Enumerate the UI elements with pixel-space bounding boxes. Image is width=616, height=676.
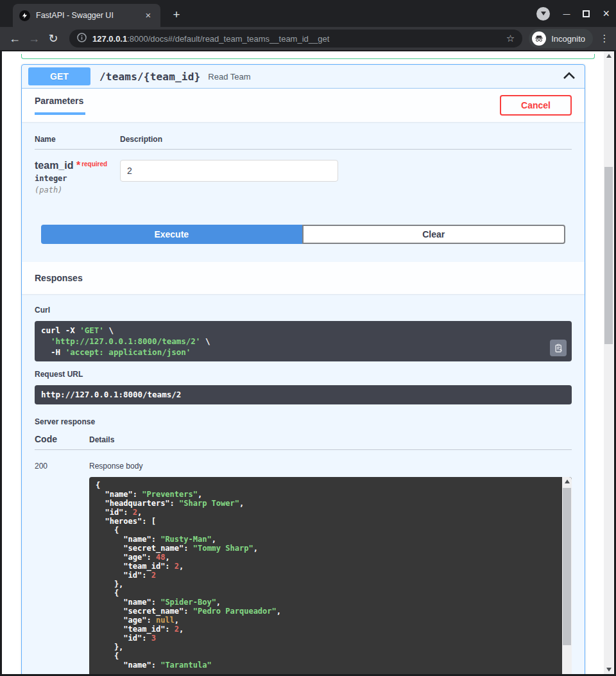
parameters-table-header: Name Description: [35, 135, 572, 150]
close-window-button[interactable]: ×: [603, 7, 610, 21]
tab-close-icon[interactable]: ×: [142, 10, 154, 21]
required-label: required: [81, 160, 107, 168]
scroll-up-arrow-icon[interactable]: [562, 477, 572, 486]
url-path: :8000/docs#/default/read_team_teams__tea…: [127, 34, 329, 44]
column-name-label: Name: [35, 135, 120, 144]
status-code: 200: [35, 462, 89, 674]
parameter-value-cell: [120, 160, 338, 195]
parameters-tab[interactable]: Parameters: [35, 96, 85, 115]
url-text: 127.0.0.1:8000/docs#/default/read_team_t…: [92, 34, 501, 44]
column-description-label: Description: [120, 135, 162, 144]
request-url-label: Request URL: [35, 370, 572, 379]
response-scrollbar-thumb[interactable]: [563, 488, 571, 645]
window-controls: — ×: [536, 0, 610, 27]
response-body-json: { "name": "Preventers", "headquarters": …: [96, 481, 555, 670]
swagger-page: GET /teams/{team_id} Read Team Parameter…: [2, 51, 614, 674]
responses-heading: Responses: [35, 273, 83, 283]
column-code-label: Code: [35, 434, 89, 444]
forward-button[interactable]: →: [24, 32, 44, 46]
browser-toolbar: ← → ↻ 127.0.0.1:8000/docs#/default/read_…: [0, 27, 616, 50]
new-tab-button[interactable]: +: [168, 6, 185, 23]
maximize-button[interactable]: [583, 10, 590, 17]
response-body-label: Response body: [89, 462, 572, 471]
tab-bar: FastAPI - Swagger UI × + — ×: [0, 0, 616, 27]
url-host: 127.0.0.1: [92, 34, 127, 44]
parameter-row: team_id *required integer (path): [35, 150, 572, 195]
curl-command-text: curl -X 'GET' \ 'http://127.0.0.1:8000/t…: [41, 325, 546, 358]
back-button[interactable]: ←: [5, 32, 24, 46]
execute-button[interactable]: Execute: [41, 225, 302, 244]
minimize-button[interactable]: —: [563, 10, 570, 17]
response-table-header: Code Details: [35, 434, 572, 450]
browser-menu-circle-icon[interactable]: [536, 7, 550, 21]
collapse-chevron-icon[interactable]: [563, 71, 576, 82]
fastapi-favicon-icon: [19, 10, 30, 21]
curl-label: Curl: [35, 306, 572, 315]
cancel-button[interactable]: Cancel: [500, 95, 572, 116]
parameters-body: Name Description team_id *required integ…: [22, 122, 585, 262]
copy-to-clipboard-button[interactable]: [550, 340, 567, 356]
response-details: Response body { "name": "Preventers", "h…: [89, 462, 572, 674]
curl-command-block: curl -X 'GET' \ 'http://127.0.0.1:8000/t…: [35, 321, 572, 361]
page-scroll-up-icon[interactable]: [604, 51, 613, 60]
server-response-label: Server response: [35, 417, 572, 426]
parameters-tab-label: Parameters: [35, 96, 85, 115]
endpoint-header[interactable]: GET /teams/{team_id} Read Team: [22, 65, 585, 89]
clear-button[interactable]: Clear: [302, 225, 566, 244]
column-details-label: Details: [89, 435, 114, 444]
incognito-icon: [532, 31, 546, 46]
site-info-icon[interactable]: [77, 33, 87, 45]
page-scrollbar[interactable]: [604, 51, 613, 674]
parameter-type: integer: [35, 174, 120, 183]
response-body-block: { "name": "Preventers", "headquarters": …: [89, 477, 572, 674]
request-url-value: http://127.0.0.1:8000/teams/2: [35, 385, 572, 404]
response-row: 200 Response body { "name": "Preventers"…: [35, 450, 572, 674]
page-scroll-down-icon[interactable]: [604, 665, 613, 674]
team-id-input[interactable]: [120, 160, 338, 182]
page-scrollbar-thumb[interactable]: [604, 167, 613, 344]
http-method-badge: GET: [28, 67, 90, 85]
parameters-section-header: Parameters Cancel: [22, 89, 585, 122]
responses-body: Curl curl -X 'GET' \ 'http://127.0.0.1:8…: [22, 294, 585, 674]
browser-menu-icon[interactable]: ⋮: [598, 33, 611, 44]
url-bar[interactable]: 127.0.0.1:8000/docs#/default/read_team_t…: [69, 30, 522, 48]
parameter-meta: team_id *required integer (path): [35, 160, 120, 195]
browser-window: FastAPI - Swagger UI × + — × ← → ↻ 127.0…: [0, 0, 616, 676]
parameter-location: (path): [35, 186, 120, 195]
endpoint-path: /teams/{team_id}: [99, 71, 200, 83]
chevron-down-icon: [541, 12, 546, 15]
required-asterisk: *: [76, 160, 80, 171]
incognito-badge: Incognito: [529, 29, 593, 48]
response-body-scrollbar[interactable]: [562, 477, 572, 674]
reload-button[interactable]: ↻: [44, 31, 63, 46]
incognito-label: Incognito: [551, 34, 585, 44]
get-endpoint-block: GET /teams/{team_id} Read Team Parameter…: [21, 64, 585, 674]
parameter-name: team_id *required: [35, 160, 120, 171]
responses-section-header: Responses: [22, 262, 585, 294]
endpoint-summary: Read Team: [208, 72, 563, 82]
bookmark-star-icon[interactable]: ☆: [506, 33, 515, 44]
execute-row: Execute Clear: [41, 225, 565, 244]
previous-endpoint-bottom-edge: [21, 54, 595, 59]
browser-tab[interactable]: FastAPI - Swagger UI ×: [13, 4, 160, 27]
tab-title: FastAPI - Swagger UI: [36, 11, 142, 20]
